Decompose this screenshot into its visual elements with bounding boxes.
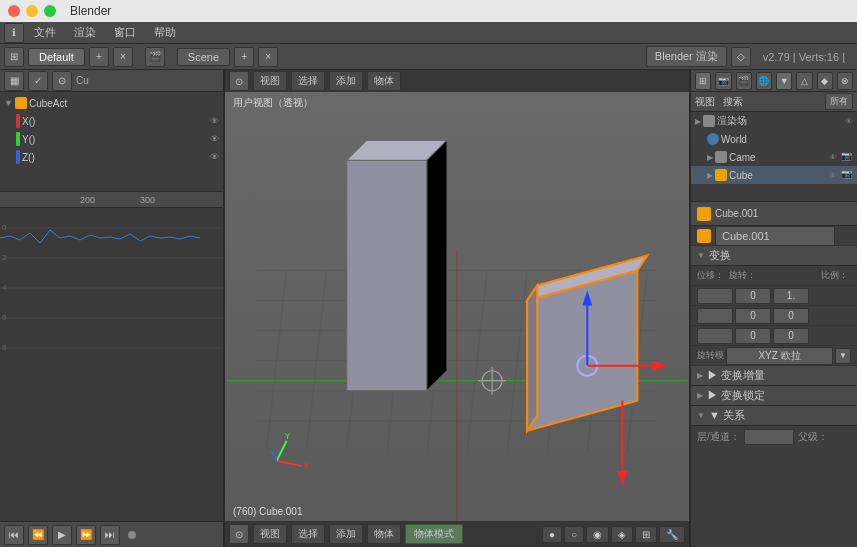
minimize-button[interactable] bbox=[26, 5, 38, 17]
layer-row: 层/通道： 父级： bbox=[691, 426, 857, 448]
rp-tab-render[interactable]: 📷 bbox=[715, 72, 731, 90]
pos-z-input[interactable] bbox=[697, 328, 733, 344]
workspace-default[interactable]: Default bbox=[28, 48, 85, 66]
scene-icon[interactable]: 🎬 bbox=[145, 47, 165, 67]
scale-z-input[interactable] bbox=[773, 328, 809, 344]
rp-tab-mesh[interactable]: △ bbox=[796, 72, 812, 90]
rot-x-input[interactable] bbox=[735, 288, 771, 304]
menu-render[interactable]: 渲染 bbox=[66, 23, 104, 42]
outliner-item-scene[interactable]: ▶ 渲染场 👁 bbox=[691, 112, 857, 130]
transform-arrow: ▼ bbox=[697, 251, 705, 260]
svg-text:4: 4 bbox=[2, 283, 7, 292]
tree-item-r[interactable]: X() 👁 bbox=[14, 112, 221, 130]
scene-selector[interactable]: Scene bbox=[177, 48, 230, 66]
viewport[interactable]: ⊙ 视图 选择 添加 物体 用户视图（透视） bbox=[225, 70, 689, 547]
rotation-mode-selector[interactable]: XYZ 欧拉 bbox=[726, 347, 833, 365]
outliner-all-btn[interactable]: 所有 bbox=[825, 93, 853, 110]
ds-icon3[interactable]: ⊙ bbox=[52, 71, 72, 91]
play-end-icon[interactable]: ⏭ bbox=[100, 525, 120, 545]
rp-tab-mat[interactable]: ◆ bbox=[817, 72, 833, 90]
fullscreen-button[interactable] bbox=[44, 5, 56, 17]
outliner-camera-eye[interactable]: 👁 bbox=[829, 153, 837, 162]
tree-item-g[interactable]: Y() 👁 bbox=[14, 130, 221, 148]
render-engine[interactable]: Blender 渲染 bbox=[646, 46, 727, 67]
waveform-area[interactable]: 0 2 4 6 8 bbox=[0, 208, 223, 521]
render-engine-icon[interactable]: ◇ bbox=[731, 47, 751, 67]
pos-x-input[interactable] bbox=[697, 288, 733, 304]
svg-marker-33 bbox=[527, 285, 537, 430]
color-bar-green bbox=[16, 132, 20, 146]
rp-tab-scene[interactable]: 🎬 bbox=[736, 72, 752, 90]
rotation-mode-dropdown[interactable]: ▼ bbox=[835, 348, 851, 364]
workspace-icon[interactable]: ⊞ bbox=[4, 47, 24, 67]
outliner-item-cube[interactable]: ▶ Cube 👁 📷 bbox=[691, 166, 857, 184]
timeline-area[interactable]: 200 300 0 2 4 6 bbox=[0, 192, 223, 521]
rot-z-input[interactable] bbox=[735, 328, 771, 344]
color-bar-blue bbox=[16, 150, 20, 164]
menu-file[interactable]: 文件 bbox=[26, 23, 64, 42]
dopesheet-icon[interactable]: ▦ bbox=[4, 71, 24, 91]
tree-item-b[interactable]: Z() 👁 bbox=[14, 148, 221, 166]
outliner-item-world[interactable]: World bbox=[691, 130, 857, 148]
scene-add[interactable]: + bbox=[234, 47, 254, 67]
svg-marker-39 bbox=[652, 361, 667, 371]
transform-label: 变换 bbox=[709, 248, 731, 263]
pos-y-input[interactable] bbox=[697, 308, 733, 324]
close-button[interactable] bbox=[8, 5, 20, 17]
active-object-icon bbox=[697, 207, 711, 221]
info-icon[interactable]: ℹ bbox=[4, 23, 24, 43]
menu-window[interactable]: 窗口 bbox=[106, 23, 144, 42]
menu-help[interactable]: 帮助 bbox=[146, 23, 184, 42]
relations-section[interactable]: ▼ ▼ 关系 bbox=[691, 406, 857, 426]
outliner-cube-render[interactable]: 📷 bbox=[841, 169, 853, 181]
play-icon[interactable]: ▶ bbox=[52, 525, 72, 545]
rp-tab-world[interactable]: 🌐 bbox=[756, 72, 772, 90]
xyz-row-2 bbox=[691, 306, 857, 326]
vp-footer-icon[interactable]: ⊙ bbox=[229, 524, 249, 544]
vp-footer-select[interactable]: 选择 bbox=[291, 524, 325, 544]
transform-section-header[interactable]: ▼ 变换 bbox=[691, 246, 857, 266]
vp-add-btn[interactable]: 添加 bbox=[329, 71, 363, 91]
vp-footer-object[interactable]: 物体 bbox=[367, 524, 401, 544]
parent-label: 父级： bbox=[798, 430, 828, 444]
delta-section[interactable]: ▶ ▶ 变换增量 bbox=[691, 366, 857, 386]
vp-view-btn[interactable]: 视图 bbox=[253, 71, 287, 91]
play-prev-icon[interactable]: ⏪ bbox=[28, 525, 48, 545]
vp-shading-wire[interactable]: ○ bbox=[564, 526, 584, 543]
vp-shading-solid[interactable]: ● bbox=[542, 526, 562, 543]
outliner-search-label: 搜索 bbox=[723, 95, 743, 109]
play-next-icon[interactable]: ⏩ bbox=[76, 525, 96, 545]
tree-item-cubeact[interactable]: ▼ CubeAct bbox=[2, 94, 221, 112]
viewport-mode-icon[interactable]: ⊙ bbox=[229, 71, 249, 91]
vp-select-btn[interactable]: 选择 bbox=[291, 71, 325, 91]
ds-icon2[interactable]: ✓ bbox=[28, 71, 48, 91]
object-name-input[interactable] bbox=[715, 226, 835, 246]
outliner-item-camera[interactable]: ▶ Came 👁 📷 bbox=[691, 148, 857, 166]
rot-y-input[interactable] bbox=[735, 308, 771, 324]
vp-object-btn[interactable]: 物体 bbox=[367, 71, 401, 91]
scale-x-input[interactable] bbox=[773, 288, 809, 304]
rp-tab-obj[interactable]: ▼ bbox=[776, 72, 792, 90]
rp-tab-transform[interactable]: ⊞ bbox=[695, 72, 711, 90]
scene-close[interactable]: × bbox=[258, 47, 278, 67]
workspace-close[interactable]: × bbox=[113, 47, 133, 67]
vp-footer-view[interactable]: 视图 bbox=[253, 524, 287, 544]
vp-shading-mat[interactable]: ◉ bbox=[586, 526, 609, 543]
vp-footer-add[interactable]: 添加 bbox=[329, 524, 363, 544]
outliner-camera-render[interactable]: 📷 bbox=[841, 151, 853, 163]
lock-section[interactable]: ▶ ▶ 变换锁定 bbox=[691, 386, 857, 406]
rp-tab-tex[interactable]: ⊗ bbox=[837, 72, 853, 90]
workspace-add[interactable]: + bbox=[89, 47, 109, 67]
scale-y-input[interactable] bbox=[773, 308, 809, 324]
position-label: 位移： bbox=[697, 269, 727, 282]
vp-overlay[interactable]: ⊞ bbox=[635, 526, 657, 543]
viewport-canvas[interactable]: X Y bbox=[225, 70, 689, 521]
vp-snap[interactable]: 🔧 bbox=[659, 526, 685, 543]
layer-input[interactable] bbox=[744, 429, 794, 445]
play-start-icon[interactable]: ⏮ bbox=[4, 525, 24, 545]
outliner-cube-eye[interactable]: 👁 bbox=[829, 171, 837, 180]
object-mode-btn[interactable]: 物体模式 bbox=[405, 524, 463, 544]
vp-shading-render[interactable]: ◈ bbox=[611, 526, 633, 543]
outliner-camera-icon bbox=[715, 151, 727, 163]
outliner-scene-eye[interactable]: 👁 bbox=[845, 117, 853, 126]
